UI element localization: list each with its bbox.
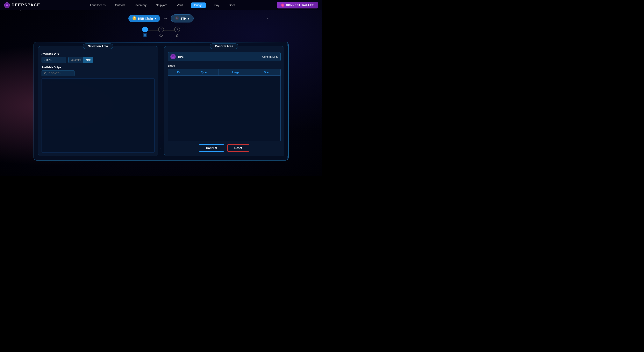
from-chain-dropdown-icon: ▾: [154, 17, 156, 20]
quantity-group: Quantity Max: [68, 57, 94, 63]
chain-selector: B BNB Chain ▾ → ETH ▾: [128, 15, 194, 23]
col-type: Type: [189, 69, 218, 76]
nav-bridge[interactable]: Bridge: [191, 3, 206, 8]
eth-icon: [175, 16, 179, 21]
connect-wallet-label: CONNECT WALLET: [286, 4, 314, 7]
logo-icon: [4, 2, 10, 8]
from-chain-button[interactable]: B BNB Chain ▾: [128, 15, 160, 22]
nav-docs[interactable]: Docs: [227, 3, 237, 8]
confirm-button[interactable]: Confirm: [199, 144, 224, 152]
step-1-icon: [143, 33, 147, 38]
dps-input[interactable]: [42, 57, 66, 63]
col-id: ID: [168, 69, 189, 76]
nav-land-deeds[interactable]: Land Deeds: [88, 3, 108, 8]
app-title: DeepSpace: [12, 3, 40, 8]
bridge-panel: Selection Area Available DPS Quantity Ma…: [34, 42, 289, 160]
steps-indicator: 1 2 3: [142, 27, 180, 38]
from-chain-label: BNB Chain: [138, 17, 153, 20]
dps-confirm-label: DPS: [178, 55, 184, 58]
nav-shipyard[interactable]: Shipyard: [154, 3, 169, 8]
to-chain-button[interactable]: ETH ▾: [171, 15, 194, 23]
logo[interactable]: DeepSpace: [4, 2, 40, 8]
nav-inventory[interactable]: Inventory: [133, 3, 148, 8]
ships-table-wrapper: ID Type Image Star: [168, 69, 281, 141]
svg-marker-10: [176, 34, 179, 37]
ships-table-header-row: ID Type Image Star: [168, 69, 280, 76]
id-search-field[interactable]: ID SEARCH: [42, 71, 74, 76]
step-3-circle: 3: [174, 27, 180, 32]
step-2-circle: 2: [158, 27, 164, 32]
available-dps-label: Available DPS: [42, 52, 154, 55]
step-3: 3: [174, 27, 180, 38]
corner-br-decoration: [284, 156, 288, 159]
dps-input-row: Quantity Max: [42, 57, 154, 63]
available-ships-label: Available Ships: [42, 66, 154, 69]
step-line-1-2: [148, 31, 158, 31]
step-1-circle: 1: [142, 27, 148, 32]
chain-arrow: →: [163, 16, 168, 21]
corner-tr-decoration: [284, 43, 288, 46]
to-chain-label: ETH: [180, 17, 186, 20]
col-star: Star: [253, 69, 280, 76]
reset-button[interactable]: Reset: [227, 144, 249, 152]
confirm-area-buttons: Confirm Reset: [168, 144, 281, 152]
svg-line-12: [46, 74, 46, 74]
col-image: Image: [219, 69, 253, 76]
selection-area-panel: Selection Area Available DPS Quantity Ma…: [38, 46, 158, 156]
ships-table: ID Type Image Star: [168, 69, 280, 76]
confirm-area-title: Confirm Area: [210, 44, 238, 49]
step-line-2-3: [164, 31, 174, 31]
ships-table-header: ID Type Image Star: [168, 69, 280, 76]
ships-grid: [42, 78, 154, 152]
svg-point-11: [44, 72, 46, 74]
selection-area-title: Selection Area: [83, 44, 113, 49]
svg-marker-9: [160, 34, 163, 37]
wallet-icon: [281, 4, 284, 7]
confirm-area-panel: Confirm Area DPS Confirm DPS Ships ID: [164, 46, 284, 156]
search-placeholder: ID SEARCH: [48, 72, 61, 75]
connect-wallet-button[interactable]: CONNECT WALLET: [277, 2, 318, 9]
step-3-icon: [175, 33, 179, 38]
ships-table-body-empty: [168, 77, 280, 141]
svg-text:B: B: [134, 17, 135, 19]
main-content: B BNB Chain ▾ → ETH ▾ 1 2: [0, 10, 322, 160]
navbar: DeepSpace Land Deeds Outpost Inventory S…: [0, 0, 322, 10]
corner-tl-decoration: [35, 43, 38, 46]
bnb-icon: B: [132, 16, 136, 21]
step-1: 1: [142, 27, 148, 38]
max-button[interactable]: Max: [83, 57, 93, 63]
step-2-icon: [159, 33, 163, 38]
to-chain-dropdown-icon: ▾: [188, 17, 189, 20]
search-icon: [44, 72, 47, 75]
svg-rect-8: [144, 34, 146, 37]
nav-play[interactable]: Play: [212, 3, 221, 8]
step-2: 2: [158, 27, 164, 38]
nav-links: Land Deeds Outpost Inventory Shipyard Va…: [48, 3, 277, 8]
corner-bl-decoration: [35, 156, 38, 159]
nav-outpost[interactable]: Outpost: [113, 3, 127, 8]
dps-confirm-row: DPS Confirm DPS: [168, 52, 281, 61]
ships-label: Ships: [168, 64, 281, 67]
confirm-dps-text: Confirm DPS: [262, 55, 278, 58]
dps-logo-icon: [170, 54, 176, 59]
nav-vault[interactable]: Vault: [175, 3, 185, 8]
quantity-label: Quantity: [68, 57, 83, 63]
